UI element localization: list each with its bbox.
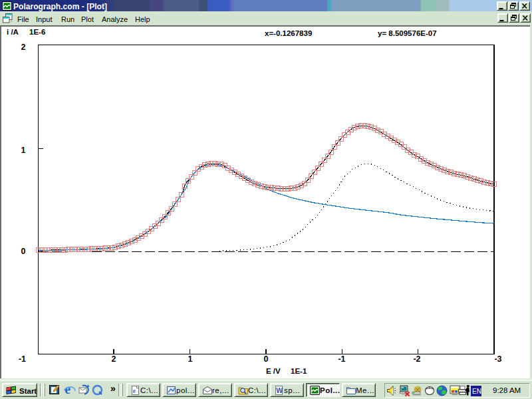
svg-text:1: 1	[188, 354, 193, 364]
svg-text:2: 2	[21, 43, 26, 52]
svg-text:i /A: i /A	[7, 28, 19, 36]
svg-text:0: 0	[264, 354, 269, 364]
svg-text:-3: -3	[494, 354, 501, 364]
svg-text:W: W	[276, 386, 283, 394]
svg-text:0: 0	[21, 247, 26, 256]
svg-text:-2: -2	[413, 354, 420, 364]
svg-text:e: e	[133, 387, 136, 394]
svg-text:-1: -1	[19, 354, 26, 364]
svg-text:1: 1	[21, 146, 26, 155]
svg-text:1E-6: 1E-6	[29, 28, 45, 36]
svg-text:y= 8.509576E-07: y= 8.509576E-07	[378, 29, 437, 37]
svg-text:E /V: E /V	[266, 367, 281, 375]
svg-text:-1: -1	[338, 354, 345, 364]
svg-text:1E-1: 1E-1	[291, 367, 307, 375]
svg-text:2: 2	[112, 354, 116, 364]
svg-text:e: e	[65, 384, 70, 396]
svg-text:x=-0.1267839: x=-0.1267839	[265, 29, 312, 37]
